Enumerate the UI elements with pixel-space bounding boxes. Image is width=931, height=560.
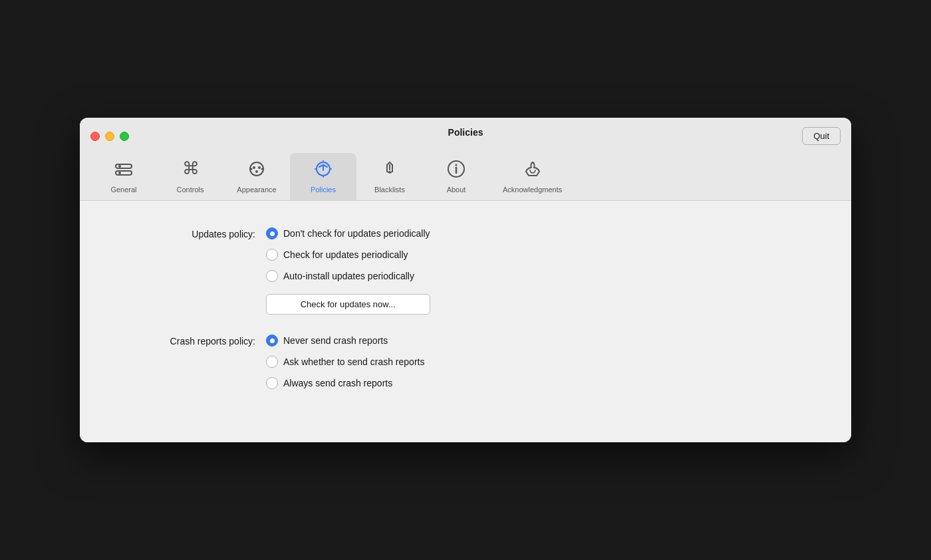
svg-text:⌘: ⌘ <box>182 158 200 178</box>
maximize-button[interactable] <box>120 132 129 141</box>
svg-point-3 <box>118 172 121 174</box>
crash-option-ask[interactable]: Ask whether to send crash reports <box>266 356 424 368</box>
svg-point-8 <box>255 170 258 173</box>
quit-button[interactable]: Quit <box>802 127 841 145</box>
radio-never[interactable] <box>266 335 278 347</box>
general-icon <box>113 158 134 183</box>
updates-policy-options: Don't check for updates periodically Che… <box>266 227 430 315</box>
crash-policy-options: Never send crash reports Ask whether to … <box>266 335 424 389</box>
tab-controls-label: Controls <box>177 186 204 194</box>
radio-auto-install[interactable] <box>266 270 278 282</box>
updates-policy-label: Updates policy: <box>120 227 266 239</box>
tab-acknowledgments-label: Acknowledgments <box>503 186 562 194</box>
window-title: Policies <box>448 127 483 138</box>
svg-rect-0 <box>116 164 132 168</box>
radio-never-inner <box>270 339 275 343</box>
radio-no-check-inner <box>270 231 275 236</box>
svg-rect-2 <box>116 171 132 175</box>
svg-point-6 <box>253 166 255 169</box>
appearance-icon <box>246 158 267 183</box>
tab-about-label: About <box>447 186 466 194</box>
titlebar: Policies Quit General <box>80 118 851 201</box>
tab-controls[interactable]: ⌘ Controls <box>157 153 223 200</box>
blacklists-icon <box>379 158 400 183</box>
check-now-button[interactable]: Check for updates now... <box>266 294 430 315</box>
tab-appearance[interactable]: Appearance <box>223 153 290 200</box>
crash-policy-section: Crash reports policy: Never send crash r… <box>120 335 811 389</box>
acknowledgments-icon <box>522 158 543 183</box>
tab-about[interactable]: About <box>423 153 489 200</box>
svg-point-10 <box>261 168 263 170</box>
crash-option-always[interactable]: Always send crash reports <box>266 377 424 389</box>
radio-ask[interactable] <box>266 356 278 368</box>
radio-always[interactable] <box>266 377 278 389</box>
main-window: Policies Quit General <box>80 118 851 442</box>
traffic-lights <box>90 132 129 141</box>
toolbar: General ⌘ Controls <box>90 153 841 200</box>
crash-always-label: Always send crash reports <box>283 378 392 388</box>
svg-point-1 <box>118 165 121 168</box>
updates-check-label: Check for updates periodically <box>283 249 408 260</box>
tab-general[interactable]: General <box>90 153 157 200</box>
updates-policy-section: Updates policy: Don't check for updates … <box>120 227 811 315</box>
tab-acknowledgments[interactable]: Acknowledgments <box>489 153 575 200</box>
close-button[interactable] <box>90 132 100 141</box>
svg-point-7 <box>258 166 261 169</box>
crash-policy-label: Crash reports policy: <box>120 335 266 347</box>
controls-icon: ⌘ <box>180 158 201 183</box>
policies-icon <box>313 158 334 183</box>
radio-check[interactable] <box>266 249 278 261</box>
tab-policies[interactable]: Policies <box>290 153 356 200</box>
tab-general-label: General <box>110 186 136 194</box>
updates-auto-install-label: Auto-install updates periodically <box>283 271 414 281</box>
crash-never-label: Never send crash reports <box>283 335 388 346</box>
radio-no-check[interactable] <box>266 227 278 239</box>
crash-ask-label: Ask whether to send crash reports <box>283 356 424 367</box>
updates-option-auto-install[interactable]: Auto-install updates periodically <box>266 270 430 282</box>
updates-no-check-label: Don't check for updates periodically <box>283 228 430 239</box>
updates-option-check[interactable]: Check for updates periodically <box>266 249 430 261</box>
about-icon <box>446 158 467 183</box>
tab-appearance-label: Appearance <box>237 186 276 194</box>
svg-point-23 <box>456 164 458 166</box>
minimize-button[interactable] <box>105 132 114 141</box>
tab-blacklists[interactable]: Blacklists <box>356 153 423 200</box>
tab-blacklists-label: Blacklists <box>374 186 405 194</box>
tab-policies-label: Policies <box>311 186 336 194</box>
content-area: Updates policy: Don't check for updates … <box>80 201 851 442</box>
crash-option-never[interactable]: Never send crash reports <box>266 335 424 347</box>
svg-point-9 <box>251 168 253 170</box>
svg-point-20 <box>389 171 390 172</box>
updates-option-no-check[interactable]: Don't check for updates periodically <box>266 227 430 239</box>
